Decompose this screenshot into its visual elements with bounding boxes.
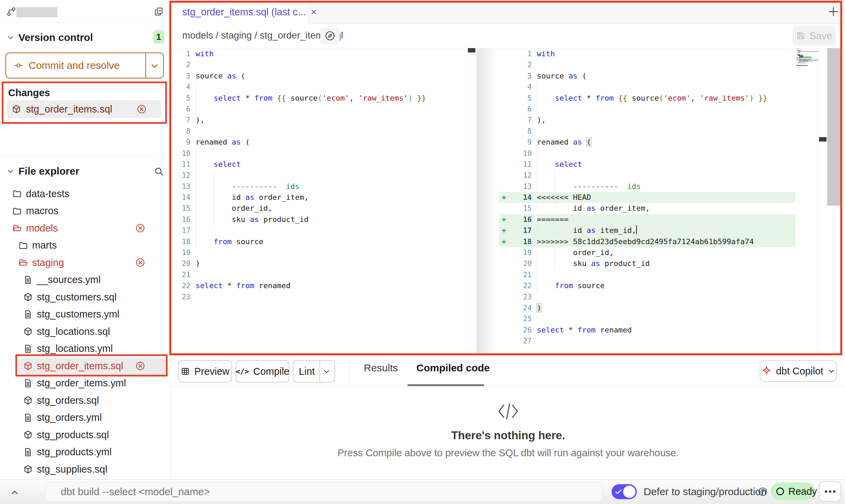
code-line-16[interactable]: +16======= (499, 214, 795, 225)
sidebar-file-data-tests[interactable]: data-tests (0, 185, 171, 203)
new-tab-button[interactable] (827, 5, 840, 18)
code-line-14[interactable]: +14<<<<<<< HEAD (499, 192, 795, 203)
code-line-11[interactable]: 11select (171, 159, 474, 170)
sidebar-file-staging[interactable]: staging (0, 254, 171, 271)
sidebar-file-macros[interactable]: macros (0, 203, 171, 220)
code-line-3[interactable]: 3source as ( (171, 71, 474, 81)
sidebar-file-stg_order_items.sql[interactable]: stg_order_items.sql (0, 357, 171, 375)
code-line-25[interactable]: 25 (499, 313, 795, 324)
code-line-5[interactable]: 5select * from {{ source('ecom', 'raw_it… (171, 93, 474, 104)
sidebar-file-models[interactable]: models (0, 220, 171, 237)
save-button[interactable]: Save (792, 26, 835, 46)
sidebar-file-stg_orders.sql[interactable]: stg_orders.sql (0, 392, 171, 409)
code-line-11[interactable]: 11select (499, 159, 795, 170)
code-line-22[interactable]: 22select * from renamed (171, 280, 474, 291)
sidebar-file-stg_orders.yml[interactable]: stg_orders.yml (0, 409, 171, 427)
deleted-marker-icon[interactable] (135, 223, 145, 233)
code-line-5[interactable]: 5select * from {{ source('ecom', 'raw_it… (499, 93, 795, 104)
code-line-16[interactable]: 16sku as product_id (171, 214, 474, 225)
code-line-10[interactable]: 10 (499, 148, 795, 159)
sidebar-file-__sources.yml[interactable]: __sources.yml (0, 271, 171, 289)
sidebar-file-stg_supplies.sql[interactable]: stg_supplies.sql (0, 461, 171, 478)
right-pane-scroll-thumb[interactable] (819, 137, 827, 142)
preview-button[interactable]: Preview (178, 360, 232, 383)
code-line-26[interactable]: 26select * from renamed (499, 325, 795, 336)
sidebar-file-stg_products.sql[interactable]: stg_products.sql (0, 426, 171, 444)
discard-change-icon[interactable] (137, 104, 147, 114)
code-line-7[interactable]: 7), (499, 115, 795, 125)
code-line-22[interactable]: 22from source (499, 280, 795, 291)
lineage-compass-icon[interactable] (320, 27, 340, 44)
code-line-13[interactable]: 13---------- ids (171, 181, 474, 192)
sidebar-file-stg_locations.yml[interactable]: stg_locations.yml (0, 340, 171, 358)
code-line-12[interactable]: 12 (171, 170, 474, 181)
minimap[interactable] (797, 49, 818, 66)
code-line-23[interactable]: 23 (499, 292, 795, 302)
code-line-10[interactable]: 10 (171, 148, 474, 159)
expand-panel-chevron-icon[interactable] (10, 487, 20, 498)
commit-dropdown-chevron-icon[interactable] (149, 61, 160, 71)
code-line-21[interactable]: 21 (171, 269, 474, 280)
code-line-20[interactable]: 20sku as product_id (499, 258, 795, 269)
code-line-21[interactable]: 21 (499, 269, 795, 280)
code-line-15[interactable]: 15id as order_item, (499, 203, 795, 214)
tab-results[interactable]: Results (364, 362, 398, 374)
code-line-13[interactable]: 13---------- ids (499, 181, 795, 192)
file-explorer-header[interactable]: File explorer (0, 162, 171, 180)
code-line-12[interactable]: 12 (499, 170, 795, 181)
code-line-1[interactable]: 1with (171, 48, 474, 59)
tab-compiled-code[interactable]: Compiled code (416, 362, 490, 374)
code-line-27[interactable]: 27 (499, 336, 795, 346)
code-line-19[interactable]: 19 (171, 247, 474, 258)
git-branch-icon[interactable] (6, 6, 16, 17)
sidebar-file-stg_order_items.yml[interactable]: stg_order_items.yml (0, 375, 171, 392)
code-line-15[interactable]: 15order_id, (171, 203, 474, 214)
sidebar-file-marts[interactable]: marts (0, 237, 171, 254)
code-line-9[interactable]: 9renamed as ( (499, 137, 795, 148)
sidebar-file-stg_customers.yml[interactable]: stg_customers.yml (0, 306, 171, 323)
copy-icon[interactable] (154, 6, 164, 17)
code-line-2[interactable]: 2 (499, 59, 795, 70)
dbt-copilot-button[interactable]: dbt Copilot (760, 360, 837, 382)
code-line-4[interactable]: 4 (499, 81, 795, 92)
deleted-marker-icon[interactable] (135, 257, 145, 268)
lint-dropdown-chevron-icon[interactable] (322, 367, 331, 376)
code-line-23[interactable]: 23 (171, 292, 474, 302)
sidebar-file-stg_products.yml[interactable]: stg_products.yml (0, 444, 171, 461)
code-line-1[interactable]: 1with (499, 48, 795, 59)
defer-toggle[interactable] (612, 484, 637, 499)
code-line-7[interactable]: 7), (171, 115, 474, 125)
left-pane-scroll-thumb[interactable] (468, 48, 475, 53)
code-line-14[interactable]: 14id as order_item, (171, 192, 474, 203)
code-line-19[interactable]: 19order_id, (499, 247, 795, 258)
compile-button[interactable]: </> Compile (235, 360, 289, 383)
code-line-20[interactable]: 20) (171, 258, 474, 269)
code-pane-original[interactable]: 1with23source as (45select * from {{ sou… (171, 48, 474, 302)
tab-stg-order-items[interactable]: stg_order_items.sql (last c... × (171, 0, 308, 24)
code-line-24[interactable]: 24) (499, 302, 795, 313)
code-line-18[interactable]: 18from source (171, 236, 474, 247)
code-line-8[interactable]: 8 (499, 126, 795, 137)
connection-status-badge[interactable]: Ready (771, 483, 815, 500)
code-line-6[interactable]: 6 (171, 104, 474, 115)
sidebar-file-stg_customers.sql[interactable]: stg_customers.sql (0, 288, 171, 306)
code-line-2[interactable]: 2 (171, 59, 474, 70)
changes-file-row[interactable]: stg_order_items.sql (7, 100, 161, 118)
commit-and-resolve-button[interactable]: Commit and resolve (5, 53, 164, 78)
deleted-marker-icon[interactable] (135, 361, 145, 371)
close-icon[interactable]: × (311, 6, 317, 18)
code-line-3[interactable]: 3source as ( (499, 71, 795, 81)
code-pane-modified[interactable]: 1with23source as (45select * from {{ sou… (499, 48, 795, 347)
more-options-button[interactable] (819, 481, 841, 502)
code-line-9[interactable]: 9renamed as ( (171, 137, 474, 148)
editor-scrollbar-thumb[interactable] (827, 48, 841, 206)
code-line-18[interactable]: +18>>>>>>> 58c1dd23d5eebd9cd2495fa7124ab… (499, 236, 795, 247)
code-line-6[interactable]: 6 (499, 104, 795, 115)
code-line-17[interactable]: +17id as item_id, (499, 225, 795, 236)
command-input[interactable]: dbt build --select <model_name> (45, 482, 602, 502)
help-question-icon[interactable] (758, 487, 768, 497)
code-line-8[interactable]: 8 (171, 126, 474, 137)
sidebar-file-stg_locations.sql[interactable]: stg_locations.sql (0, 323, 171, 340)
code-line-17[interactable]: 17 (171, 225, 474, 236)
version-control-header[interactable]: Version control (0, 29, 171, 46)
